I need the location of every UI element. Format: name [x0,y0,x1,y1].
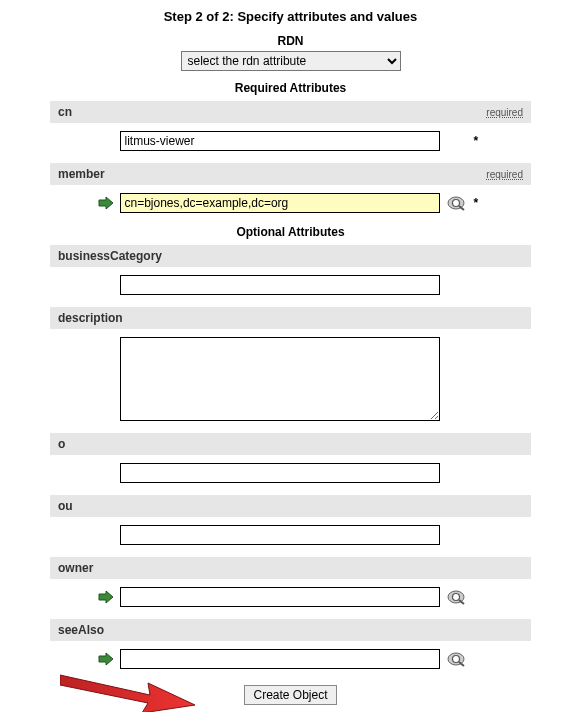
optional-attributes-header: Optional Attributes [0,225,581,239]
owner-input[interactable] [120,587,440,607]
attr-block-cn: cn required * [50,101,531,151]
required-star: * [474,196,484,210]
attr-block-member: member required * [50,163,531,213]
lookup-icon[interactable] [446,588,468,606]
required-attributes-header: Required Attributes [0,81,581,95]
required-tag: required [486,169,523,180]
description-textarea[interactable] [120,337,440,421]
attr-label-description: description [58,311,123,325]
attr-label-member: member [58,167,105,181]
required-star: * [474,134,484,148]
attr-label-cn: cn [58,105,72,119]
attr-block-businesscategory: businessCategory [50,245,531,295]
create-object-button[interactable]: Create Object [244,685,336,705]
svg-point-10 [452,656,459,663]
rdn-label: RDN [0,34,581,48]
arrow-right-icon [98,590,114,604]
svg-marker-0 [99,197,113,209]
cn-input[interactable] [120,131,440,151]
svg-point-2 [452,200,459,207]
attr-block-owner: owner [50,557,531,607]
svg-marker-4 [99,591,113,603]
step-title: Step 2 of 2: Specify attributes and valu… [0,9,581,24]
businesscategory-input[interactable] [120,275,440,295]
attr-block-ou: ou [50,495,531,545]
attr-block-o: o [50,433,531,483]
ou-input[interactable] [120,525,440,545]
attr-block-seealso: seeAlso [50,619,531,669]
required-tag: required [486,107,523,118]
svg-point-6 [452,594,459,601]
rdn-select[interactable]: select the rdn attribute [181,51,401,71]
attr-label-seealso: seeAlso [58,623,104,637]
attr-label-o: o [58,437,65,451]
lookup-icon[interactable] [446,194,468,212]
o-input[interactable] [120,463,440,483]
attr-label-businesscategory: businessCategory [58,249,162,263]
seealso-input[interactable] [120,649,440,669]
attr-label-owner: owner [58,561,93,575]
lookup-icon[interactable] [446,650,468,668]
arrow-right-icon [98,652,114,666]
attr-label-ou: ou [58,499,73,513]
member-input[interactable] [120,193,440,213]
arrow-right-icon [98,196,114,210]
svg-marker-8 [99,653,113,665]
attr-block-description: description [50,307,531,421]
